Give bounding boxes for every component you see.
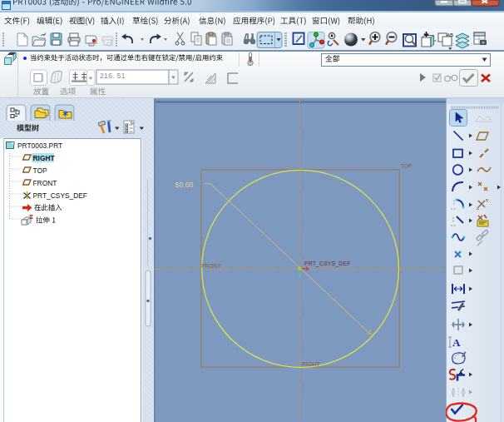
svg-text:TOP: TOP (401, 163, 413, 169)
svg-text:AB: AB (447, 32, 453, 37)
svg-text:50.00: 50.00 (175, 181, 194, 189)
svg-text:PRT_CSYS_DEF: PRT_CSYS_DEF (304, 261, 351, 267)
svg-text:FRONT: FRONT (201, 263, 222, 269)
svg-text:RIGHT: RIGHT (302, 361, 321, 367)
svg-text:A: A (452, 336, 461, 349)
